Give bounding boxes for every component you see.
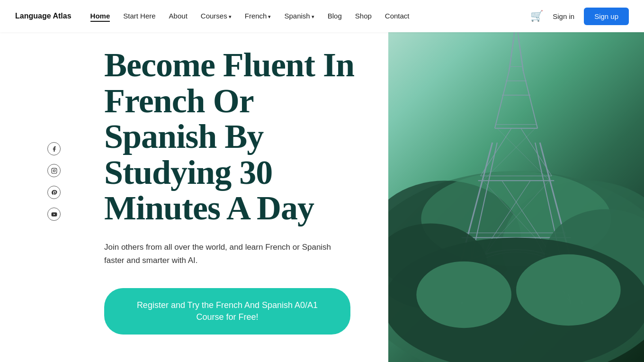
svg-point-52: [416, 262, 511, 328]
nav-item-blog[interactable]: Blog: [328, 12, 342, 20]
nav-link-about[interactable]: About: [169, 12, 188, 20]
nav-link-contact[interactable]: Contact: [385, 12, 410, 20]
svg-line-33: [523, 71, 537, 128]
svg-point-2: [55, 169, 55, 170]
instagram-icon[interactable]: [47, 164, 61, 177]
navbar: Language Atlas Home Start Here About Cou…: [0, 0, 644, 32]
nav-link-courses[interactable]: Courses: [201, 12, 232, 20]
nav-link-spanish[interactable]: Spanish: [284, 12, 314, 20]
hero-heading: Become Fluent In French Or Spanish By St…: [104, 47, 360, 226]
sign-in-button[interactable]: Sign in: [553, 12, 574, 20]
hero-image: [388, 0, 644, 362]
nav-item-spanish[interactable]: Spanish: [284, 12, 314, 20]
nav-link-french[interactable]: French: [245, 12, 271, 20]
nav-link-blog[interactable]: Blog: [328, 12, 342, 20]
social-sidebar: [47, 142, 61, 221]
eiffel-tower-illustration: [388, 0, 644, 362]
nav-link-home[interactable]: Home: [90, 12, 110, 22]
facebook-icon[interactable]: [47, 142, 61, 155]
nav-item-about[interactable]: About: [169, 12, 188, 20]
nav-right: 🛒 Sign in Sign up: [530, 8, 629, 25]
nav-link-start-here[interactable]: Start Here: [123, 12, 155, 20]
pinterest-icon[interactable]: [47, 186, 61, 199]
svg-line-29: [521, 128, 552, 176]
sign-up-button[interactable]: Sign up: [584, 8, 629, 25]
cart-icon[interactable]: 🛒: [530, 10, 543, 22]
svg-point-53: [516, 254, 621, 326]
logo[interactable]: Language Atlas: [15, 12, 72, 20]
hero-section: Become Fluent In French Or Spanish By St…: [0, 0, 644, 362]
nav-item-contact[interactable]: Contact: [385, 12, 410, 20]
svg-point-1: [53, 170, 55, 172]
youtube-icon[interactable]: [47, 208, 61, 221]
svg-line-28: [481, 128, 511, 176]
nav-links: Home Start Here About Courses French Spa…: [90, 12, 531, 20]
svg-line-32: [495, 71, 509, 128]
hero-subtext: Join others from all over the world, and…: [104, 241, 350, 267]
nav-item-courses[interactable]: Courses: [201, 12, 232, 20]
nav-item-shop[interactable]: Shop: [355, 12, 372, 20]
nav-item-french[interactable]: French: [245, 12, 271, 20]
nav-link-shop[interactable]: Shop: [355, 12, 372, 20]
nav-item-home[interactable]: Home: [90, 12, 110, 20]
nav-item-start-here[interactable]: Start Here: [123, 12, 155, 20]
hero-cta-button[interactable]: Register and Try the French And Spanish …: [104, 288, 350, 335]
svg-rect-0: [52, 168, 57, 173]
